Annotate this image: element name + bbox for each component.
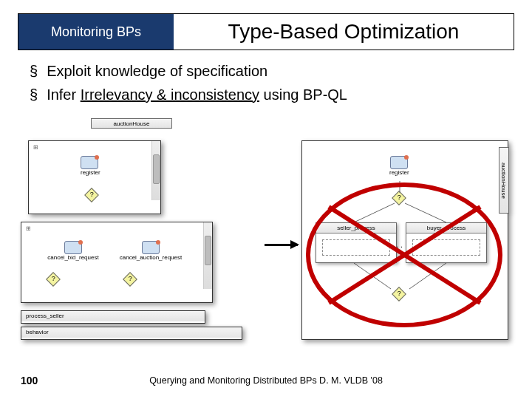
activity-icon (81, 156, 98, 169)
buyer-process-label: buyer_process (406, 223, 486, 233)
left-footer-tab: behavior (21, 327, 242, 340)
svg-line-1 (354, 203, 395, 222)
bullet-text-pre: Infer (47, 86, 81, 103)
diamond-icon (123, 272, 137, 287)
box-handle: ⊞ (26, 225, 31, 232)
left-diagram: auctionHouse ⊞ register ⊞ cancel_bid_req… (21, 118, 265, 355)
diagram-area: auctionHouse ⊞ register ⊞ cancel_bid_req… (21, 118, 511, 355)
left-box-register: ⊞ register (28, 140, 161, 214)
cancel-auction-label: cancel_auction_request (114, 254, 188, 261)
register-label: register (389, 169, 409, 176)
slide-footer: 100 Querying and Monitoring Distributed … (0, 375, 532, 386)
bullet-item: Infer Irrelevancy & inconsistency using … (30, 84, 510, 105)
bullet-text: Exploit knowledge of specification (47, 61, 267, 81)
gateway-node (394, 193, 404, 206)
scrollbar-thumb (205, 236, 211, 265)
gateway-node (394, 289, 404, 302)
cancel-bid-node: cancel_bid_request (44, 241, 103, 261)
right-container: auctionHouse register seller_process buy… (301, 140, 508, 340)
slide-header: Monitoring BPs Type-Based Optimization (18, 13, 514, 50)
register-label: register (81, 169, 100, 176)
scrollbar (151, 141, 160, 200)
register-node: register (81, 156, 100, 176)
ellipsis: . . . (392, 241, 403, 249)
svg-line-2 (405, 203, 446, 222)
seller-process-label: seller_process (316, 223, 396, 233)
gateway-node (86, 190, 97, 203)
arrow-icon (265, 244, 298, 246)
cancel-bid-label: cancel_bid_request (44, 254, 103, 261)
slide-title: Type-Based Optimization (174, 14, 514, 50)
dashed-placeholder (412, 239, 480, 256)
gateway-node (125, 274, 135, 287)
left-box-cancel: ⊞ cancel_bid_request cancel_auction_requ… (21, 222, 213, 303)
footer-citation: Querying and Monitoring Distributed BPs … (149, 375, 383, 386)
activity-icon (390, 156, 408, 169)
bullet-text-underlined: Irrelevancy & inconsistency (81, 86, 259, 103)
diamond-icon (392, 191, 406, 205)
svg-line-4 (409, 263, 446, 289)
scrollbar-thumb (153, 154, 160, 184)
scrollbar (203, 222, 212, 289)
buyer-process-box: buyer_process (406, 222, 487, 263)
dashed-placeholder (322, 239, 390, 256)
left-footer-tab: process_seller (21, 310, 205, 324)
auctionhouse-vertical-label: auctionHouse (499, 147, 509, 214)
auctionhouse-tab: auctionHouse (91, 118, 172, 129)
bullet-item: Exploit knowledge of specification (30, 61, 510, 81)
footer-tab-label: behavior (21, 327, 242, 338)
bullet-list: Exploit knowledge of specification Infer… (30, 61, 510, 108)
context-label: Monitoring BPs (18, 14, 174, 50)
right-diagram: auctionHouse register seller_process buy… (301, 140, 508, 340)
gateway-node (48, 274, 58, 287)
box-handle: ⊞ (33, 144, 38, 151)
activity-icon (142, 241, 160, 254)
diamond-icon (84, 188, 99, 202)
bullet-text-post: using BP-QL (259, 86, 347, 103)
svg-line-3 (354, 263, 391, 289)
register-node: register (389, 156, 409, 176)
diamond-icon (392, 287, 406, 301)
activity-icon (64, 241, 82, 254)
cancel-auction-node: cancel_auction_request (114, 241, 188, 261)
seller-process-box: seller_process (316, 222, 397, 263)
footer-tab-label: process_seller (21, 311, 205, 321)
page-number: 100 (21, 375, 38, 386)
diamond-icon (46, 272, 61, 287)
